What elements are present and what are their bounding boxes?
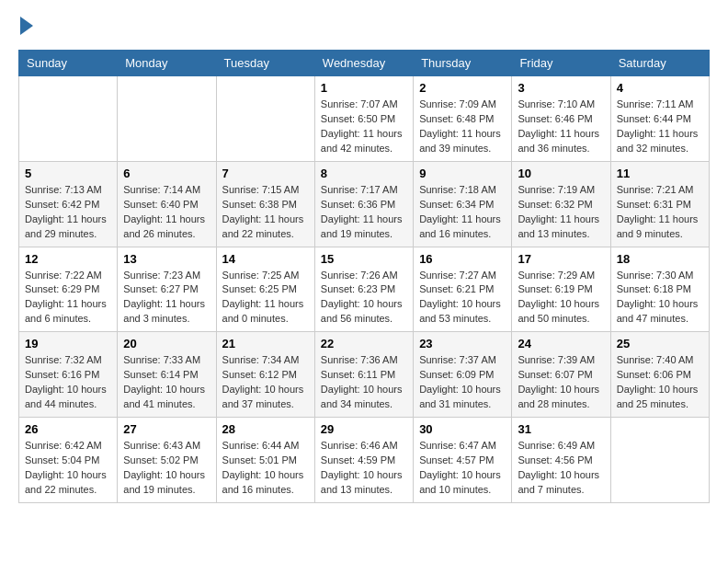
calendar-day-cell: 28 Sunrise: 6:44 AMSunset: 5:01 PMDaylig… bbox=[216, 418, 314, 503]
day-info: Sunrise: 7:33 AMSunset: 6:14 PMDaylight:… bbox=[123, 354, 205, 409]
day-number: 12 bbox=[25, 252, 111, 266]
day-info: Sunrise: 7:10 AMSunset: 6:46 PMDaylight:… bbox=[518, 98, 599, 154]
day-number: 8 bbox=[321, 167, 407, 180]
calendar-day-cell: 19 Sunrise: 7:32 AMSunset: 6:16 PMDaylig… bbox=[19, 332, 118, 418]
calendar-week-row: 19 Sunrise: 7:32 AMSunset: 6:16 PMDaylig… bbox=[19, 332, 710, 418]
day-info: Sunrise: 6:42 AMSunset: 5:04 PMDaylight:… bbox=[25, 440, 107, 495]
day-of-week-header: Friday bbox=[512, 51, 610, 76]
day-number: 22 bbox=[321, 337, 407, 350]
calendar-day-cell: 24 Sunrise: 7:39 AMSunset: 6:07 PMDaylig… bbox=[512, 332, 610, 418]
day-number: 26 bbox=[25, 422, 111, 436]
calendar-day-cell: 4 Sunrise: 7:11 AMSunset: 6:44 PMDayligh… bbox=[610, 76, 709, 162]
day-info: Sunrise: 7:26 AMSunset: 6:23 PMDaylight:… bbox=[321, 270, 403, 325]
calendar-day-cell: 8 Sunrise: 7:17 AMSunset: 6:36 PMDayligh… bbox=[314, 161, 413, 247]
day-number: 27 bbox=[123, 422, 210, 436]
calendar-header-row: SundayMondayTuesdayWednesdayThursdayFrid… bbox=[19, 51, 710, 76]
calendar-day-cell: 11 Sunrise: 7:21 AMSunset: 6:31 PMDaylig… bbox=[610, 161, 709, 247]
day-number: 9 bbox=[419, 167, 506, 180]
logo bbox=[18, 18, 33, 35]
calendar-week-row: 1 Sunrise: 7:07 AMSunset: 6:50 PMDayligh… bbox=[19, 76, 710, 162]
day-info: Sunrise: 7:19 AMSunset: 6:32 PMDaylight:… bbox=[518, 184, 599, 239]
calendar-day-cell: 15 Sunrise: 7:26 AMSunset: 6:23 PMDaylig… bbox=[314, 247, 413, 332]
day-info: Sunrise: 7:09 AMSunset: 6:48 PMDaylight:… bbox=[419, 98, 501, 154]
calendar-day-cell bbox=[610, 418, 709, 503]
day-of-week-header: Wednesday bbox=[314, 51, 413, 76]
day-number: 30 bbox=[419, 422, 506, 436]
calendar-day-cell: 17 Sunrise: 7:29 AMSunset: 6:19 PMDaylig… bbox=[512, 247, 610, 332]
day-number: 19 bbox=[25, 337, 111, 350]
calendar-day-cell: 1 Sunrise: 7:07 AMSunset: 6:50 PMDayligh… bbox=[314, 76, 413, 162]
day-info: Sunrise: 7:11 AMSunset: 6:44 PMDaylight:… bbox=[617, 98, 699, 154]
day-info: Sunrise: 7:14 AMSunset: 6:40 PMDaylight:… bbox=[123, 184, 205, 239]
day-info: Sunrise: 7:15 AMSunset: 6:38 PMDaylight:… bbox=[222, 184, 304, 239]
day-number: 25 bbox=[617, 337, 703, 350]
calendar-day-cell: 30 Sunrise: 6:47 AMSunset: 4:57 PMDaylig… bbox=[414, 418, 512, 503]
day-number: 5 bbox=[25, 167, 111, 180]
calendar-day-cell: 16 Sunrise: 7:27 AMSunset: 6:21 PMDaylig… bbox=[414, 247, 512, 332]
day-number: 14 bbox=[222, 252, 309, 266]
calendar-day-cell bbox=[118, 76, 216, 162]
day-number: 7 bbox=[222, 167, 309, 180]
day-info: Sunrise: 7:13 AMSunset: 6:42 PMDaylight:… bbox=[25, 184, 107, 239]
day-number: 18 bbox=[617, 252, 703, 266]
day-info: Sunrise: 7:25 AMSunset: 6:25 PMDaylight:… bbox=[222, 270, 304, 325]
calendar-day-cell: 20 Sunrise: 7:33 AMSunset: 6:14 PMDaylig… bbox=[118, 332, 216, 418]
calendar-week-row: 12 Sunrise: 7:22 AMSunset: 6:29 PMDaylig… bbox=[19, 247, 710, 332]
day-number: 15 bbox=[321, 252, 407, 266]
day-info: Sunrise: 6:44 AMSunset: 5:01 PMDaylight:… bbox=[222, 440, 304, 495]
day-info: Sunrise: 7:17 AMSunset: 6:36 PMDaylight:… bbox=[321, 184, 403, 239]
calendar-day-cell: 9 Sunrise: 7:18 AMSunset: 6:34 PMDayligh… bbox=[414, 161, 512, 247]
calendar-day-cell: 26 Sunrise: 6:42 AMSunset: 5:04 PMDaylig… bbox=[19, 418, 118, 503]
day-number: 1 bbox=[321, 81, 407, 95]
day-number: 23 bbox=[419, 337, 506, 350]
day-info: Sunrise: 7:37 AMSunset: 6:09 PMDaylight:… bbox=[419, 354, 501, 409]
day-info: Sunrise: 6:47 AMSunset: 4:57 PMDaylight:… bbox=[419, 440, 501, 495]
day-info: Sunrise: 7:18 AMSunset: 6:34 PMDaylight:… bbox=[419, 184, 501, 239]
day-of-week-header: Tuesday bbox=[216, 51, 314, 76]
day-number: 24 bbox=[518, 337, 604, 350]
calendar-day-cell: 3 Sunrise: 7:10 AMSunset: 6:46 PMDayligh… bbox=[512, 76, 610, 162]
day-number: 11 bbox=[617, 167, 703, 180]
calendar-day-cell: 10 Sunrise: 7:19 AMSunset: 6:32 PMDaylig… bbox=[512, 161, 610, 247]
day-of-week-header: Monday bbox=[118, 51, 216, 76]
calendar-day-cell: 2 Sunrise: 7:09 AMSunset: 6:48 PMDayligh… bbox=[414, 76, 512, 162]
calendar-day-cell: 5 Sunrise: 7:13 AMSunset: 6:42 PMDayligh… bbox=[19, 161, 118, 247]
calendar-table: SundayMondayTuesdayWednesdayThursdayFrid… bbox=[18, 50, 710, 503]
calendar-day-cell: 7 Sunrise: 7:15 AMSunset: 6:38 PMDayligh… bbox=[216, 161, 314, 247]
day-number: 4 bbox=[617, 81, 703, 95]
day-number: 20 bbox=[123, 337, 210, 350]
logo-arrow-icon bbox=[20, 17, 33, 35]
day-of-week-header: Sunday bbox=[19, 51, 118, 76]
calendar-day-cell bbox=[19, 76, 118, 162]
calendar-day-cell: 27 Sunrise: 6:43 AMSunset: 5:02 PMDaylig… bbox=[118, 418, 216, 503]
day-of-week-header: Saturday bbox=[610, 51, 709, 76]
day-info: Sunrise: 7:23 AMSunset: 6:27 PMDaylight:… bbox=[123, 270, 205, 325]
calendar-week-row: 5 Sunrise: 7:13 AMSunset: 6:42 PMDayligh… bbox=[19, 161, 710, 247]
calendar-day-cell: 6 Sunrise: 7:14 AMSunset: 6:40 PMDayligh… bbox=[118, 161, 216, 247]
calendar-day-cell: 29 Sunrise: 6:46 AMSunset: 4:59 PMDaylig… bbox=[314, 418, 413, 503]
day-info: Sunrise: 7:29 AMSunset: 6:19 PMDaylight:… bbox=[518, 270, 599, 325]
day-info: Sunrise: 7:30 AMSunset: 6:18 PMDaylight:… bbox=[617, 270, 699, 325]
day-number: 3 bbox=[518, 81, 604, 95]
day-number: 10 bbox=[518, 167, 604, 180]
day-number: 31 bbox=[518, 422, 604, 436]
day-number: 13 bbox=[123, 252, 210, 266]
day-number: 28 bbox=[222, 422, 309, 436]
day-number: 21 bbox=[222, 337, 309, 350]
calendar-week-row: 26 Sunrise: 6:42 AMSunset: 5:04 PMDaylig… bbox=[19, 418, 710, 503]
day-number: 17 bbox=[518, 252, 604, 266]
day-info: Sunrise: 7:34 AMSunset: 6:12 PMDaylight:… bbox=[222, 354, 304, 409]
day-info: Sunrise: 7:07 AMSunset: 6:50 PMDaylight:… bbox=[321, 98, 403, 154]
day-info: Sunrise: 6:46 AMSunset: 4:59 PMDaylight:… bbox=[321, 440, 403, 495]
calendar-day-cell: 13 Sunrise: 7:23 AMSunset: 6:27 PMDaylig… bbox=[118, 247, 216, 332]
calendar-day-cell: 18 Sunrise: 7:30 AMSunset: 6:18 PMDaylig… bbox=[610, 247, 709, 332]
day-number: 2 bbox=[419, 81, 506, 95]
calendar-day-cell: 21 Sunrise: 7:34 AMSunset: 6:12 PMDaylig… bbox=[216, 332, 314, 418]
day-number: 16 bbox=[419, 252, 506, 266]
day-info: Sunrise: 7:32 AMSunset: 6:16 PMDaylight:… bbox=[25, 354, 107, 409]
day-number: 29 bbox=[321, 422, 407, 436]
calendar-day-cell bbox=[216, 76, 314, 162]
calendar-day-cell: 14 Sunrise: 7:25 AMSunset: 6:25 PMDaylig… bbox=[216, 247, 314, 332]
day-info: Sunrise: 6:43 AMSunset: 5:02 PMDaylight:… bbox=[123, 440, 205, 495]
day-info: Sunrise: 7:40 AMSunset: 6:06 PMDaylight:… bbox=[617, 354, 699, 409]
